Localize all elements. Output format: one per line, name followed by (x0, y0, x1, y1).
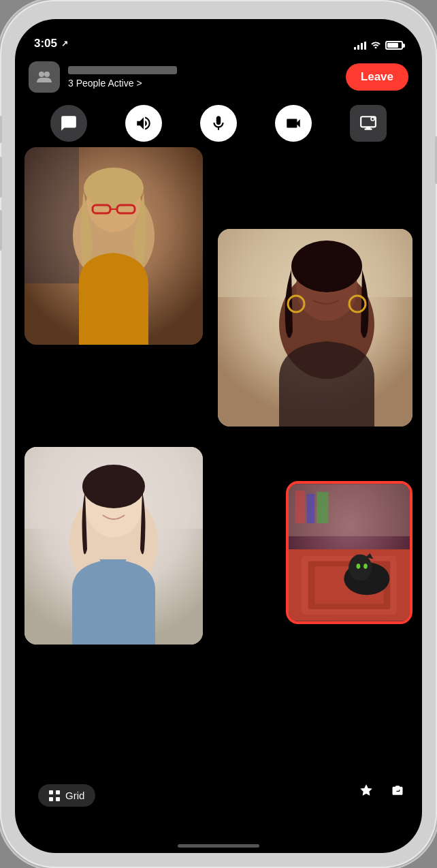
video-tile-4-self[interactable] (286, 481, 412, 624)
status-icons (354, 40, 403, 50)
grid-icon (49, 790, 60, 801)
svg-point-24 (82, 465, 145, 508)
svg-point-17 (291, 241, 362, 292)
grid-button[interactable]: Grid (38, 784, 95, 807)
flip-camera-icon (391, 784, 404, 796)
tile-1-video (25, 147, 203, 345)
signal-bars (354, 42, 366, 50)
call-header: 3 People Active > Leave (15, 55, 422, 99)
controls-row (15, 99, 422, 147)
tile-4-video (289, 484, 410, 621)
svg-rect-41 (49, 790, 53, 794)
svg-rect-6 (25, 147, 79, 283)
svg-rect-29 (317, 492, 328, 523)
mute-button[interactable] (0, 116, 2, 143)
wifi-icon (370, 40, 381, 50)
svg-point-40 (363, 563, 368, 569)
call-details: 3 People Active > (68, 66, 177, 89)
svg-marker-45 (361, 786, 372, 795)
svg-rect-27 (295, 491, 305, 523)
phone-frame: 3:05 ↗ (0, 0, 437, 868)
video-grid (15, 147, 422, 812)
video-tile-2[interactable] (218, 229, 412, 427)
tile-3-video (25, 447, 203, 645)
battery-icon (385, 41, 403, 50)
leave-button[interactable]: Leave (346, 63, 408, 91)
svg-point-9 (84, 168, 144, 208)
svg-point-4 (372, 118, 374, 120)
video-tile-1[interactable] (25, 147, 203, 345)
microphone-button[interactable] (200, 105, 237, 142)
flip-camera-button[interactable] (385, 778, 410, 803)
camera-button[interactable] (275, 105, 312, 142)
svg-rect-42 (56, 790, 60, 794)
phone-screen: 3:05 ↗ (15, 19, 422, 853)
svg-point-36 (349, 555, 372, 580)
speaker-button[interactable] (125, 105, 162, 142)
status-time: 3:05 ↗ (34, 37, 68, 50)
screen-share-button[interactable] (350, 105, 387, 142)
svg-rect-26 (289, 484, 410, 537)
svg-rect-44 (56, 797, 60, 801)
volume-up-button[interactable] (0, 157, 2, 198)
group-avatar (29, 61, 60, 93)
notch (164, 19, 273, 38)
star-icon (360, 784, 372, 796)
message-button[interactable] (50, 105, 87, 142)
volume-down-button[interactable] (0, 210, 2, 251)
call-info: 3 People Active > (29, 61, 346, 93)
star-button[interactable] (354, 778, 378, 803)
video-tile-3[interactable] (25, 447, 203, 645)
call-name-redacted (68, 66, 177, 74)
svg-rect-28 (307, 494, 314, 523)
svg-point-1 (44, 72, 50, 77)
location-icon: ↗ (61, 39, 68, 48)
svg-point-39 (357, 563, 361, 569)
tile-2-video (218, 229, 412, 427)
active-count[interactable]: 3 People Active > (68, 78, 177, 89)
home-indicator[interactable] (178, 844, 259, 848)
svg-point-0 (39, 72, 44, 77)
tile4-action-icons (354, 778, 410, 803)
svg-rect-43 (49, 797, 53, 801)
